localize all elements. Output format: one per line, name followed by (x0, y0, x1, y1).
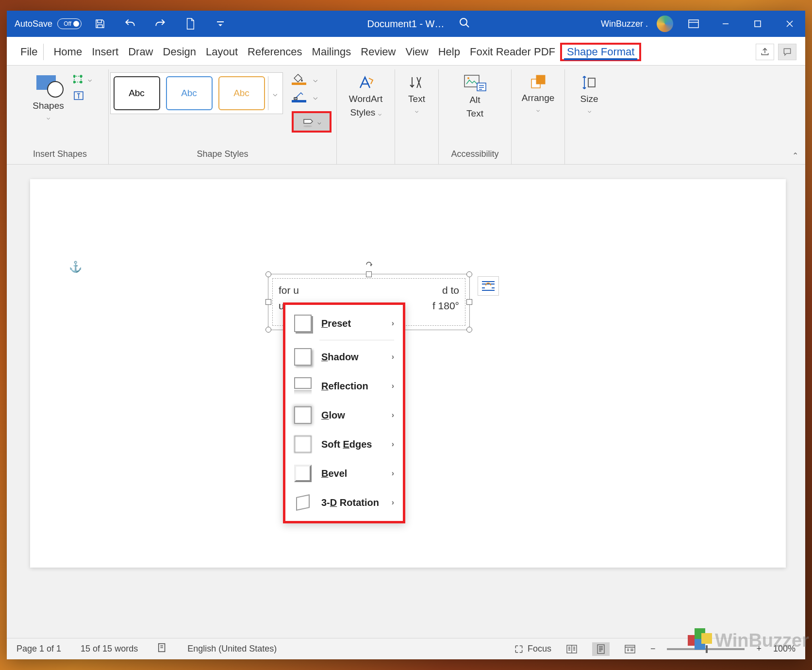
chevron-down-icon: ⌵ (536, 106, 540, 113)
tab-extras (756, 44, 796, 60)
svg-point-8 (80, 81, 82, 83)
page-indicator[interactable]: Page 1 of 1 (17, 644, 61, 654)
chevron-right-icon: › (392, 440, 394, 449)
shapes-button[interactable]: Shapes ⌵ (29, 71, 68, 124)
bevel-icon (294, 465, 312, 482)
menu-glow[interactable]: Glow › (285, 401, 403, 430)
svg-rect-0 (217, 21, 224, 22)
web-layout-icon[interactable] (621, 642, 639, 656)
new-doc-icon[interactable] (183, 17, 197, 31)
size-icon (581, 74, 597, 91)
menu-reflection[interactable]: Reflection › (285, 371, 403, 401)
group-shape-styles: Abc Abc Abc ⌵ ⌵ ⌵ (109, 69, 337, 164)
resize-handle[interactable] (265, 327, 271, 333)
autosave-switch[interactable]: Off (57, 18, 82, 29)
menu-bevel[interactable]: Bevel › (285, 459, 403, 488)
group-size: Size ⌵ (565, 69, 613, 164)
arrange-button[interactable]: Arrange ⌵ (518, 71, 559, 116)
svg-point-1 (460, 18, 467, 25)
resize-handle[interactable] (466, 299, 472, 305)
undo-icon[interactable] (123, 17, 137, 31)
tab-home[interactable]: Home (49, 44, 87, 60)
shapes-label: Shapes (33, 100, 64, 111)
resize-handle[interactable] (265, 299, 271, 305)
text-label: Text (408, 94, 425, 104)
ribbon-tabs: File Home Insert Draw Design Layout Refe… (7, 37, 805, 66)
shape-outline-button[interactable]: ⌵ (292, 91, 331, 102)
autosave-label: AutoSave (15, 19, 52, 29)
resize-handle[interactable] (265, 271, 271, 277)
edit-shape-button[interactable]: ⌵ (73, 74, 92, 84)
svg-rect-16 (536, 75, 545, 84)
qat-more-icon[interactable] (214, 17, 227, 31)
shape-fill-button[interactable]: ⌵ (292, 73, 331, 85)
tab-view[interactable]: View (400, 44, 433, 60)
insert-shapes-group-label: Insert Shapes (18, 146, 101, 162)
wordart-styles-button[interactable]: WordArt Styles ⌵ (345, 71, 386, 121)
shapes-tools: ⌵ (73, 71, 92, 100)
save-icon[interactable] (93, 17, 107, 31)
effects-icon (302, 116, 315, 128)
tab-layout[interactable]: Layout (201, 44, 243, 60)
tab-insert[interactable]: Insert (87, 44, 123, 60)
rotation-icon (294, 494, 312, 511)
preset-icon (294, 315, 312, 332)
shape-styles-gallery[interactable]: Abc Abc Abc ⌵ (110, 72, 283, 114)
redo-icon[interactable] (153, 17, 167, 31)
close-button[interactable] (778, 12, 801, 35)
menu-preset[interactable]: PPresetreset › (285, 309, 403, 338)
share-icon[interactable] (756, 44, 774, 60)
size-button[interactable]: Size ⌵ (577, 71, 602, 117)
search-icon[interactable] (459, 17, 470, 31)
tab-shape-format[interactable]: Shape Format (560, 43, 641, 61)
gallery-more-icon[interactable]: ⌵ (268, 76, 282, 110)
minimize-button[interactable] (714, 12, 737, 35)
shape-effects-button[interactable]: ⌵ (292, 111, 331, 133)
text-button[interactable]: Text ⌵ (404, 71, 429, 117)
title-center: Document1 - W… (237, 17, 601, 31)
language-indicator[interactable]: English (United States) (187, 644, 277, 654)
style-preset-2[interactable]: Abc (166, 76, 213, 110)
tab-help[interactable]: Help (433, 44, 465, 60)
alt-text-label2: Text (466, 108, 483, 119)
user-name: WinBuzzer . (601, 19, 648, 29)
text-box-button[interactable] (73, 91, 92, 100)
read-mode-icon[interactable] (563, 642, 580, 656)
tab-design[interactable]: Design (158, 44, 201, 60)
resize-handle[interactable] (366, 271, 372, 277)
tab-draw[interactable]: Draw (123, 44, 158, 60)
collapse-ribbon-icon[interactable]: ⌃ (792, 151, 798, 160)
word-count[interactable]: 15 of 15 words (81, 644, 138, 654)
style-preset-3[interactable]: Abc (218, 76, 265, 110)
tab-foxit[interactable]: Foxit Reader PDF (465, 44, 560, 60)
document-title: Document1 - W… (367, 18, 445, 30)
alt-text-button[interactable]: Alt Text (460, 71, 491, 122)
user-avatar[interactable] (657, 16, 673, 32)
document-area[interactable]: ⚓ for ud to usef 180° (7, 165, 805, 638)
tab-references[interactable]: References (243, 44, 307, 60)
menu-soft-edges[interactable]: Soft Edges › (285, 430, 403, 459)
svg-point-11 (303, 125, 312, 127)
ribbon-display-icon[interactable] (682, 12, 705, 35)
style-preset-1[interactable]: Abc (114, 76, 160, 110)
focus-mode-button[interactable]: Focus (514, 644, 551, 654)
autosave-toggle[interactable]: AutoSave Off (15, 18, 82, 29)
maximize-button[interactable] (746, 12, 769, 35)
anchor-icon: ⚓ (69, 261, 82, 273)
outline-icon (292, 91, 306, 102)
print-layout-icon[interactable] (592, 642, 610, 656)
menu-shadow[interactable]: Shadow › (285, 342, 403, 371)
watermark: WinBuzzer (688, 628, 809, 653)
tab-mailings[interactable]: Mailings (307, 44, 356, 60)
resize-handle[interactable] (466, 271, 472, 277)
layout-options-button[interactable] (478, 276, 499, 296)
spell-check-icon[interactable] (157, 642, 168, 655)
rotate-handle[interactable] (365, 261, 373, 268)
resize-handle[interactable] (466, 327, 472, 333)
comments-icon[interactable] (778, 44, 796, 60)
tab-file[interactable]: File (16, 44, 44, 60)
tab-review[interactable]: Review (356, 44, 400, 60)
arrange-icon (530, 74, 547, 90)
menu-3d-rotation[interactable]: 3-D Rotation › (285, 488, 403, 517)
zoom-out-button[interactable]: − (650, 644, 656, 654)
